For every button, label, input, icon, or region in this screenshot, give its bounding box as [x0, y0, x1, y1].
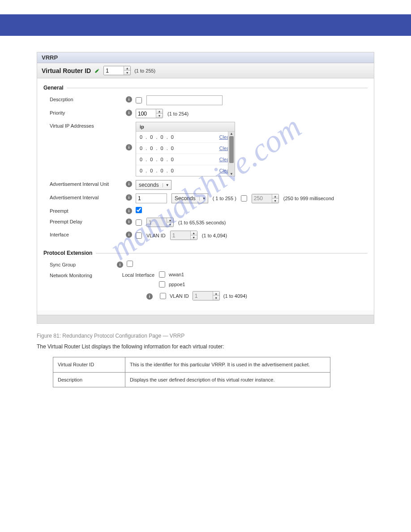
adv-int-unit-select[interactable]: Seconds ▼ [171, 193, 208, 203]
guide-intro: The Virtual Router List displays the fol… [37, 343, 374, 351]
network-monitoring-label: Network Monitoring [43, 271, 117, 278]
ip-value[interactable]: 0 . 0 . 0 . 0 [140, 146, 175, 151]
param-cell: Virtual Router ID [53, 357, 125, 373]
top-banner [0, 14, 411, 36]
netmon-pppoe1-label: pppoe1 [169, 282, 185, 287]
virtual-ip-table: ip 0 . 0 . 0 . 0Clear0 . 0 . 0 . 0Clear0… [136, 122, 235, 176]
section-protocol-extension: Protocol Extension [43, 250, 368, 256]
scroll-thumb[interactable] [229, 136, 234, 163]
virtual-router-id-header: Virtual Router ID ▲▼ (1 to 255) [37, 63, 374, 78]
ip-row: 0 . 0 . 0 . 0Clear [136, 132, 235, 143]
table-row: DescriptionDisplays the user defined des… [53, 372, 330, 387]
figure-caption: Figure 81: Redundancy Protocol Configura… [37, 332, 374, 340]
spin-down-icon[interactable]: ▼ [191, 236, 197, 240]
info-icon[interactable]: i [126, 219, 132, 225]
info-icon[interactable]: i [126, 96, 132, 103]
spin-down-icon[interactable]: ▼ [156, 114, 163, 118]
vip-label: Virtual IP Addresses [43, 122, 126, 129]
vrid-label: Virtual Router ID [42, 67, 91, 74]
info-icon[interactable]: i [126, 208, 132, 214]
netmon-wwan1-label: wwan1 [169, 272, 184, 277]
adv-int-hint: ( 1 to 255 ) [213, 196, 236, 201]
adv-ms-input[interactable]: ▲▼ [252, 194, 279, 203]
ip-value[interactable]: 0 . 0 . 0 . 0 [140, 157, 175, 162]
spin-up-icon[interactable]: ▲ [156, 109, 163, 114]
adv-unit-label: Advertisement Interval Unit [43, 180, 126, 187]
preempt-label: Preempt [43, 207, 126, 214]
panel-title: VRRP [37, 52, 374, 63]
interface-vlan-label: VLAN ID [146, 233, 166, 238]
preempt-delay-label: Preempt Delay [43, 218, 126, 224]
adv-ms-hint: (250 to 999 millisecond [283, 196, 334, 201]
interface-enable-checkbox[interactable] [136, 232, 142, 239]
vrid-hint: (1 to 255) [134, 68, 155, 73]
spin-down-icon[interactable]: ▼ [213, 296, 219, 300]
sync-group-checkbox[interactable] [127, 261, 133, 267]
ip-row: 0 . 0 . 0 . 0Clear [136, 143, 235, 154]
info-icon[interactable]: i [146, 293, 153, 300]
adv-unit-select[interactable]: seconds ▼ [136, 180, 171, 190]
protocol-extension-heading: Protocol Extension [43, 250, 96, 256]
adv-unit-value: seconds [139, 182, 159, 188]
adv-int-label: Advertisement Interval [43, 193, 126, 200]
info-icon[interactable]: i [126, 144, 132, 150]
description-enable-checkbox[interactable] [136, 97, 142, 103]
edit-icon[interactable] [94, 68, 100, 73]
section-general: General [43, 85, 368, 91]
adv-int-unit-value: Seconds [175, 195, 196, 202]
chevron-down-icon: ▼ [199, 197, 206, 201]
info-icon[interactable]: i [117, 262, 123, 268]
priority-input[interactable]: ▲▼ [136, 109, 163, 118]
spin-up-icon[interactable]: ▲ [213, 292, 219, 296]
netmon-vlan-input[interactable]: ▲▼ [193, 291, 220, 300]
adv-ms-enable-checkbox[interactable] [241, 195, 247, 202]
status-strip [37, 315, 374, 323]
ip-row: 0 . 0 . 0 . 0Clear [136, 165, 235, 176]
interface-vlan-value[interactable] [171, 231, 190, 240]
param-cell: Description [53, 372, 125, 387]
info-icon[interactable]: i [126, 110, 132, 116]
spin-down-icon[interactable]: ▼ [167, 223, 173, 227]
preempt-delay-enable-checkbox[interactable] [136, 219, 142, 226]
vrid-value[interactable] [104, 66, 124, 75]
priority-hint: (1 to 254) [167, 111, 188, 116]
netmon-vlan-label: VLAN ID [170, 293, 189, 299]
guide-text: Figure 81: Redundancy Protocol Configura… [37, 332, 374, 387]
preempt-delay-input[interactable]: ▲▼ [146, 218, 174, 227]
sync-group-label: Sync Group [43, 261, 117, 267]
local-interface-label: Local Interface [117, 271, 154, 278]
description-input[interactable] [146, 95, 223, 105]
netmon-vlan-checkbox[interactable] [160, 293, 166, 299]
spin-up-icon[interactable]: ▲ [167, 218, 173, 223]
netmon-vlan-hint: (1 to 4094) [223, 293, 247, 299]
preempt-checkbox[interactable] [136, 207, 142, 213]
adv-ms-value[interactable] [252, 194, 272, 203]
vrid-up-icon[interactable]: ▲ [124, 66, 130, 71]
ip-value[interactable]: 0 . 0 . 0 . 0 [140, 134, 175, 140]
scroll-down-icon[interactable]: ▼ [228, 172, 235, 176]
interface-vlan-input[interactable]: ▲▼ [170, 231, 197, 240]
info-icon[interactable]: i [126, 232, 132, 238]
vrid-down-icon[interactable]: ▼ [124, 71, 130, 75]
priority-label: Priority [43, 109, 126, 116]
netmon-pppoe1-checkbox[interactable] [159, 281, 165, 287]
table-row: Virtual Router IDThis is the identifier … [53, 357, 330, 373]
ip-scrollbar[interactable]: ▲ ▼ [228, 132, 235, 176]
chevron-down-icon: ▼ [163, 183, 169, 187]
info-icon[interactable]: i [126, 181, 132, 187]
netmon-vlan-value[interactable] [193, 292, 213, 300]
scroll-up-icon[interactable]: ▲ [228, 132, 235, 136]
spin-down-icon[interactable]: ▼ [272, 199, 278, 203]
spin-up-icon[interactable]: ▲ [272, 194, 278, 199]
preempt-delay-hint: (1 to 65,535 seconds) [178, 220, 226, 225]
spin-up-icon[interactable]: ▲ [191, 231, 197, 236]
ip-value[interactable]: 0 . 0 . 0 . 0 [140, 168, 175, 173]
vrrp-screenshot: manualshive.com VRRP Virtual Router ID ▲… [37, 52, 374, 324]
netmon-wwan1-checkbox[interactable] [159, 271, 165, 278]
vrid-input[interactable]: ▲▼ [103, 66, 131, 75]
adv-int-input[interactable] [136, 193, 167, 203]
info-icon[interactable]: i [126, 194, 132, 201]
ip-row: 0 . 0 . 0 . 0Clear [136, 154, 235, 165]
priority-value[interactable] [136, 109, 156, 118]
preempt-delay-value[interactable] [147, 218, 167, 227]
